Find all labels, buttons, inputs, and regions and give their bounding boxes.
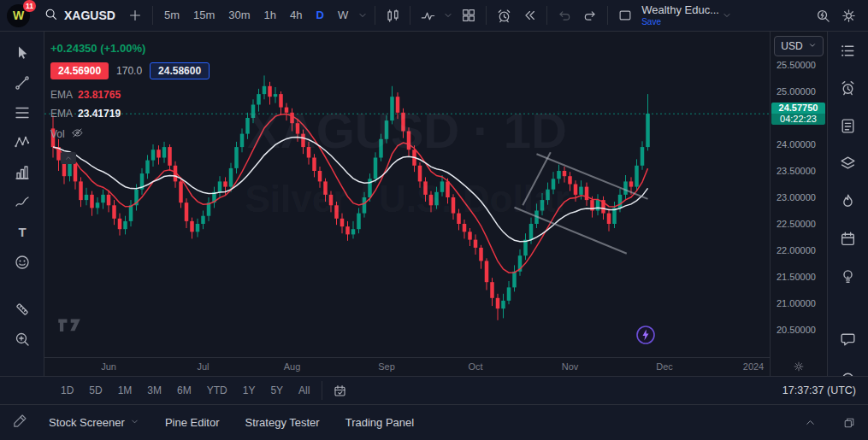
tab-trading-panel[interactable]: Trading Panel	[345, 416, 414, 429]
axis-settings-icon[interactable]	[793, 361, 805, 374]
range-ytd[interactable]: YTD	[199, 383, 235, 398]
settings-button[interactable]	[836, 3, 861, 28]
hotlists-icon[interactable]	[834, 192, 863, 210]
price-label: 24.00000	[776, 139, 816, 150]
redo-button[interactable]	[577, 3, 603, 28]
current-price-tag: 24.57750 04:22:23	[771, 103, 825, 125]
range-6m[interactable]: 6M	[169, 383, 199, 398]
indicator-row[interactable]: EMA 23.81765	[50, 89, 210, 101]
symbol-search-button[interactable]: XAGUSD	[37, 7, 122, 24]
app-logo[interactable]: W 11	[7, 4, 30, 27]
current-price: 24.57750	[771, 103, 825, 114]
undo-button[interactable]	[552, 3, 577, 28]
ruler-icon[interactable]	[8, 300, 37, 319]
svg-text:T: T	[18, 225, 26, 239]
go-to-date-button[interactable]	[327, 378, 352, 403]
calendar-icon[interactable]	[834, 230, 863, 248]
tab-pine-editor[interactable]: Pine Editor	[165, 416, 220, 429]
forecast-icon[interactable]	[8, 163, 37, 182]
time-axis-label: Aug	[284, 361, 301, 372]
range-row: 1D5D1M3M6MYTD1Y5YAll 17:37:37 (UTC)	[0, 376, 868, 404]
sell-button[interactable]: 24.56900	[50, 62, 109, 79]
timeframe-W[interactable]: W	[331, 3, 355, 28]
object-tree-icon[interactable]	[834, 155, 863, 173]
save-button[interactable]: Save	[641, 17, 719, 26]
indicators-chevron-icon[interactable]	[440, 3, 456, 28]
tab-strategy-tester[interactable]: Strategy Tester	[245, 416, 319, 429]
timeframe-5m[interactable]: 5m	[157, 3, 186, 28]
tradingview-app: W 11 XAGUSD 5m15m30m1h4hDW Wealthy Educ.…	[0, 0, 868, 440]
volume-row[interactable]: Vol	[50, 126, 210, 142]
legend-collapse-button[interactable]	[61, 152, 76, 164]
range-all[interactable]: All	[291, 383, 317, 398]
fib-retracement-icon[interactable]	[8, 103, 37, 122]
indicator-row[interactable]: EMA 23.41719	[50, 108, 210, 120]
emoji-icon[interactable]	[8, 253, 37, 272]
price-label: 20.50000	[776, 325, 816, 335]
chart-legend: +0.24350 (+1.00%) 24.56900 170.0 24.5860…	[50, 42, 210, 164]
range-1m[interactable]: 1M	[110, 383, 140, 398]
quick-search-button[interactable]	[810, 3, 836, 28]
boost-badge[interactable]	[635, 325, 656, 349]
timeframe-D[interactable]: D	[310, 3, 331, 28]
timeframe-menu-chevron-icon[interactable]	[355, 3, 370, 28]
layout-chevron-icon[interactable]	[719, 3, 735, 28]
range-5d[interactable]: 5D	[81, 383, 109, 398]
range-1d[interactable]: 1D	[53, 383, 81, 398]
layout-menu[interactable]: Wealthy Educ... Save	[641, 4, 719, 26]
timeframe-4h[interactable]: 4h	[283, 3, 309, 28]
trend-line-icon[interactable]	[8, 73, 37, 92]
buy-button[interactable]: 24.58600	[150, 62, 210, 79]
bar-replay-button[interactable]	[517, 3, 542, 28]
text-icon[interactable]: T	[8, 223, 37, 242]
tab-stock-screener[interactable]: Stock Screener	[49, 416, 139, 429]
left-toolbar: T	[0, 32, 44, 376]
price-axis[interactable]: USD 25.5000025.0000024.5000024.0000023.5…	[770, 32, 827, 376]
currency-dropdown[interactable]: USD	[774, 36, 824, 56]
chevron-down-icon	[808, 40, 817, 52]
timeframe-1h[interactable]: 1h	[257, 3, 283, 28]
news-icon[interactable]	[834, 117, 863, 135]
range-5y[interactable]: 5Y	[263, 383, 291, 398]
divider	[607, 6, 608, 25]
chart-style-button[interactable]	[380, 3, 405, 28]
notification-badge: 11	[23, 0, 36, 12]
time-axis-label: Nov	[562, 361, 579, 372]
eye-off-icon[interactable]	[71, 126, 84, 142]
chart-area[interactable]: XAGUSD · 1D Silver / U.S. Dollar +0.2435…	[44, 32, 770, 357]
price-label: 23.00000	[776, 192, 816, 202]
chat-icon[interactable]	[834, 331, 863, 349]
clock[interactable]: 17:37:37 (UTC)	[782, 384, 856, 396]
bar-countdown: 04:22:23	[771, 114, 825, 125]
footer-tabs: Stock ScreenerPine EditorStrategy Tester…	[49, 416, 414, 429]
panel-expand-icon[interactable]	[804, 416, 817, 429]
compare-add-button[interactable]	[122, 3, 148, 28]
multichart-layout-button[interactable]	[456, 3, 481, 28]
alert-button[interactable]	[491, 3, 517, 28]
currency-label: USD	[781, 40, 802, 52]
range-3m[interactable]: 3M	[139, 383, 169, 398]
save-layout-icon[interactable]	[612, 3, 638, 28]
drawing-panel-icon[interactable]	[12, 413, 28, 432]
watchlist-icon[interactable]	[834, 42, 863, 60]
logo-mark: W	[13, 9, 24, 22]
ideas-icon[interactable]	[834, 267, 863, 285]
tradingview-logo[interactable]	[56, 317, 83, 335]
xabcd-pattern-icon[interactable]	[8, 133, 37, 152]
timeframe-30m[interactable]: 30m	[221, 3, 257, 28]
range-1y[interactable]: 1Y	[235, 383, 263, 398]
timeframe-15m[interactable]: 15m	[186, 3, 221, 28]
divider	[486, 6, 487, 25]
time-axis[interactable]: JunJulAugSepOctNovDec2024	[44, 357, 770, 376]
zoom-icon[interactable]	[8, 330, 37, 349]
right-sidebar	[827, 32, 868, 376]
indicators-button[interactable]	[415, 3, 440, 28]
alerts-icon[interactable]	[834, 79, 863, 97]
time-axis-label: 2024	[743, 361, 764, 372]
restore-window-icon[interactable]	[842, 416, 856, 430]
cursor-icon[interactable]	[8, 44, 37, 62]
indicator-label: EMA	[50, 108, 73, 120]
brush-icon[interactable]	[8, 193, 37, 212]
timeframe-group: 5m15m30m1h4hDW	[157, 3, 355, 28]
divider	[152, 6, 153, 25]
